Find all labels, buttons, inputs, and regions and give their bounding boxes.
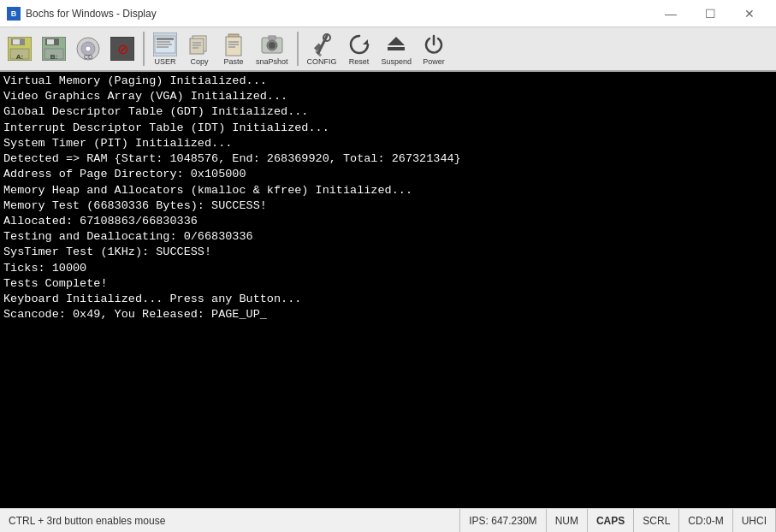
toolbar-user[interactable]: USER xyxy=(149,29,181,68)
svg-point-12 xyxy=(86,46,91,51)
power-label: Power xyxy=(423,57,445,66)
boot-icon: ⊘ xyxy=(110,37,134,61)
statusbar: CTRL + 3rd button enables mouse IPS: 647… xyxy=(0,508,776,532)
svg-text:⊘: ⊘ xyxy=(117,42,128,56)
toolbar-suspend[interactable]: Suspend xyxy=(377,29,417,68)
display-area[interactable]: Virtual Memory (Paging) Initialized... V… xyxy=(0,72,776,508)
paste-icon xyxy=(222,33,246,56)
scrl-indicator: SCRL xyxy=(634,509,679,532)
close-button[interactable]: ✕ xyxy=(730,0,769,27)
toolbar-snapshot[interactable]: snaPshot xyxy=(252,29,293,68)
config-icon xyxy=(310,33,334,56)
toolbar-copy[interactable]: Copy xyxy=(183,29,216,68)
svg-marker-44 xyxy=(388,37,405,45)
svg-marker-43 xyxy=(363,39,368,44)
svg-rect-28 xyxy=(193,44,201,46)
floppy-b-icon: B: xyxy=(42,37,66,61)
power-icon xyxy=(422,33,446,56)
toolbar-paste[interactable]: Paste xyxy=(217,29,250,68)
uhci-indicator: UHCI xyxy=(733,509,776,532)
toolbar-power[interactable]: Power xyxy=(418,29,450,68)
svg-rect-2 xyxy=(13,39,20,44)
svg-rect-38 xyxy=(269,36,275,39)
snapshot-label: snaPshot xyxy=(256,57,288,66)
svg-text:CD: CD xyxy=(84,54,92,60)
config-label: CONFIG xyxy=(307,57,337,66)
caps-indicator: CAPS xyxy=(588,509,634,532)
ips-display: IPS: 647.230M xyxy=(460,509,546,532)
svg-point-37 xyxy=(269,42,275,49)
svg-text:A:: A: xyxy=(16,53,23,61)
floppy-a-icon: A: xyxy=(8,37,32,61)
toolbar-cdrom[interactable]: CD xyxy=(72,29,104,68)
num-indicator: NUM xyxy=(547,509,588,532)
snapshot-icon xyxy=(260,33,284,56)
cdrom-icon: CD xyxy=(76,37,100,61)
console-output: Virtual Memory (Paging) Initialized... V… xyxy=(3,74,773,323)
svg-rect-32 xyxy=(228,41,239,43)
minimize-button[interactable]: — xyxy=(651,0,690,27)
svg-text:B:: B: xyxy=(50,53,57,61)
reset-icon xyxy=(347,33,371,56)
toolbar: A: B: CD xyxy=(0,27,776,72)
copy-icon xyxy=(187,33,211,56)
copy-label: Copy xyxy=(190,57,208,66)
svg-rect-21 xyxy=(157,46,169,48)
paste-label: Paste xyxy=(223,57,243,66)
svg-rect-45 xyxy=(388,47,405,50)
svg-rect-7 xyxy=(47,39,54,44)
toolbar-floppy-b[interactable]: B: xyxy=(38,29,70,68)
user-label: USER xyxy=(154,57,175,66)
mouse-hint: CTRL + 3rd button enables mouse xyxy=(0,509,460,532)
separator-2 xyxy=(297,32,299,66)
reset-label: Reset xyxy=(349,57,370,66)
toolbar-boot[interactable]: ⊘ xyxy=(106,29,139,68)
svg-rect-27 xyxy=(193,42,201,44)
svg-rect-20 xyxy=(157,44,172,45)
cd-indicator: CD:0-M xyxy=(679,509,732,532)
window-title: Bochs for Windows - Display xyxy=(26,8,646,20)
app-icon: B xyxy=(7,7,21,21)
svg-rect-33 xyxy=(228,44,239,45)
svg-rect-29 xyxy=(193,47,198,49)
window-controls: — ☐ ✕ xyxy=(651,0,769,27)
svg-rect-34 xyxy=(228,46,235,48)
titlebar: B Bochs for Windows - Display — ☐ ✕ xyxy=(0,0,776,27)
user-icon xyxy=(153,33,177,56)
separator-1 xyxy=(143,32,145,66)
toolbar-config[interactable]: CONFIG xyxy=(303,29,341,68)
toolbar-reset[interactable]: Reset xyxy=(343,29,376,68)
svg-rect-18 xyxy=(157,38,174,40)
maximize-button[interactable]: ☐ xyxy=(690,0,730,27)
svg-rect-19 xyxy=(157,41,170,43)
suspend-label: Suspend xyxy=(382,57,412,66)
suspend-icon xyxy=(384,33,408,56)
toolbar-floppy-a[interactable]: A: xyxy=(3,29,36,68)
